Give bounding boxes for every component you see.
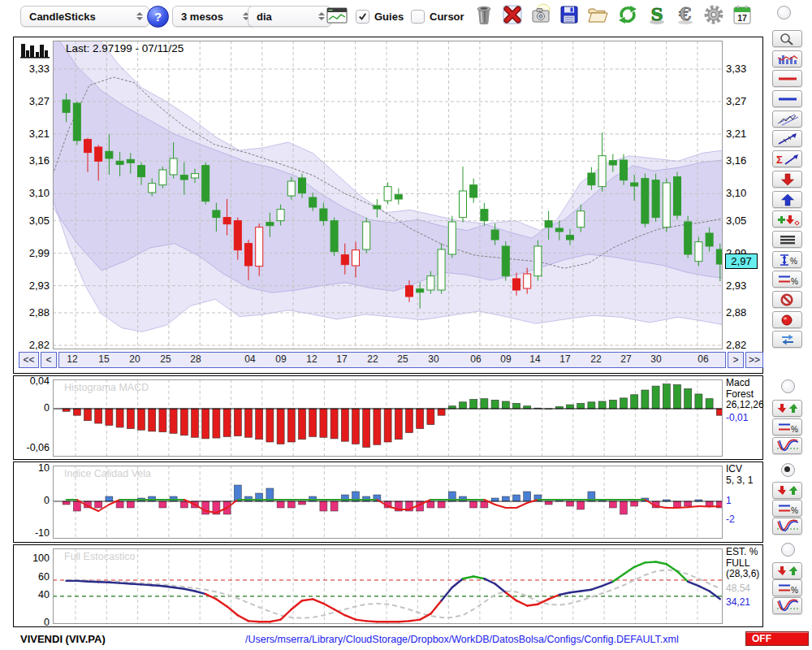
nav-first-button[interactable]: << bbox=[19, 352, 39, 368]
stochastic-panel-radio[interactable] bbox=[781, 543, 795, 557]
lines-percent-button[interactable]: % bbox=[772, 271, 802, 288]
record-button[interactable] bbox=[772, 311, 802, 328]
cursor-checkbox[interactable]: Cursor bbox=[411, 10, 464, 24]
channel-tool-button[interactable] bbox=[772, 110, 802, 128]
trend-line-tool-button[interactable] bbox=[772, 130, 802, 147]
chart-type-select-value: CandleSticks bbox=[29, 11, 96, 23]
x-axis-date-label: 30 bbox=[649, 353, 663, 366]
vertical-percent-button[interactable]: % bbox=[772, 251, 802, 268]
icv-params: 5, 3, 1 bbox=[726, 475, 753, 487]
macd-panel-radio[interactable] bbox=[781, 379, 795, 393]
nav-prev-button[interactable]: < bbox=[41, 352, 57, 368]
chart-window-button[interactable] bbox=[326, 7, 348, 25]
stoch-d-value: 48,54 bbox=[726, 583, 759, 595]
stoch-name-line: FULL bbox=[726, 558, 759, 570]
x-axis-date-label: 14 bbox=[528, 353, 542, 366]
icv-arrows-button[interactable] bbox=[772, 482, 802, 499]
lines-percent-icon: % bbox=[775, 582, 800, 595]
svg-text:%: % bbox=[791, 586, 798, 595]
down-up-arrows-icon bbox=[776, 565, 799, 577]
macd-wave-button[interactable] bbox=[772, 437, 802, 454]
arrow-up-tool-button[interactable] bbox=[772, 191, 802, 208]
svg-text:€: € bbox=[678, 3, 691, 24]
icv-axis-label: 0 bbox=[17, 495, 50, 506]
x-axis-date-label: 04 bbox=[243, 353, 257, 366]
price-axis-label: 2,93 bbox=[17, 280, 50, 292]
help-button[interactable]: ? bbox=[147, 6, 169, 28]
list-icon bbox=[775, 233, 800, 246]
off-toggle-button[interactable]: OFF bbox=[745, 631, 809, 646]
price-axis-label: 2,82 bbox=[726, 339, 760, 351]
refresh-sync-icon bbox=[616, 3, 639, 26]
stochastic-axis-label: 40 bbox=[17, 589, 50, 600]
interval-select[interactable]: dia bbox=[248, 6, 331, 27]
icv-panel-radio[interactable] bbox=[781, 463, 795, 477]
stochastic-arrows-button[interactable] bbox=[772, 562, 802, 579]
lines-percent-icon: % bbox=[775, 273, 800, 286]
svg-text:%: % bbox=[791, 506, 798, 515]
nav-last-button[interactable]: >> bbox=[745, 352, 763, 368]
date-axis-strip[interactable]: 1215202528040912172225300609141722273006 bbox=[58, 352, 726, 368]
macd-axis-label: -0,06 bbox=[17, 442, 50, 453]
icv-name-line: ICV bbox=[726, 464, 753, 475]
stochastic-wave-button[interactable] bbox=[772, 597, 802, 614]
icv-percent-button[interactable]: % bbox=[772, 500, 802, 517]
open-button[interactable] bbox=[585, 3, 610, 28]
macd-percent-button[interactable]: % bbox=[772, 418, 802, 436]
guies-label: Guies bbox=[374, 11, 404, 23]
interval-select-value: dia bbox=[257, 11, 272, 23]
swap-refresh-button[interactable] bbox=[772, 331, 802, 348]
icv-current-pos: 1 bbox=[726, 496, 753, 507]
price-axis-label: 3,05 bbox=[17, 214, 50, 227]
nav-next-button[interactable]: > bbox=[728, 352, 744, 368]
stochastic-panel: Full Estocastico 10060400 EST. % FULL (2… bbox=[13, 544, 763, 627]
stochastic-percent-button[interactable]: % bbox=[772, 579, 802, 596]
red-down-arrow-icon bbox=[775, 173, 800, 186]
refresh-button[interactable] bbox=[615, 3, 640, 28]
delete-button[interactable] bbox=[500, 3, 525, 28]
status-bar: VIVENDI (VIV.PA) /Users/mserra/Library/C… bbox=[0, 629, 812, 650]
icv-wave-button[interactable] bbox=[772, 518, 802, 535]
arrow-down-tool-button[interactable] bbox=[772, 171, 802, 188]
stoch-k-value: 34,21 bbox=[726, 597, 759, 609]
price-axis-label: 3,16 bbox=[17, 154, 50, 167]
svg-text:Σ: Σ bbox=[776, 154, 783, 166]
macd-arrows-button[interactable] bbox=[772, 400, 802, 417]
main-chart-radio[interactable] bbox=[777, 6, 791, 20]
disable-button[interactable] bbox=[772, 291, 802, 308]
x-axis-date-label: 12 bbox=[304, 353, 319, 366]
snapshot-button[interactable] bbox=[529, 3, 553, 28]
macd-current-value: -0,01 bbox=[726, 413, 764, 424]
price-axis-label: 3,05 bbox=[726, 214, 760, 227]
calendar-button[interactable]: 17 bbox=[730, 3, 754, 28]
camera-icon bbox=[529, 3, 552, 26]
red-line-tool-button[interactable] bbox=[772, 70, 802, 87]
svg-text:%: % bbox=[790, 257, 797, 266]
period-select[interactable]: 3 mesos bbox=[172, 6, 256, 27]
macd-name-line: Forest bbox=[726, 389, 764, 401]
lines-percent-icon: % bbox=[775, 502, 800, 515]
zoom-tool-button[interactable] bbox=[772, 30, 802, 47]
save-button[interactable] bbox=[557, 3, 581, 28]
channel-icon bbox=[775, 113, 800, 126]
x-axis-date-label: 09 bbox=[274, 353, 288, 366]
euro-button[interactable]: € bbox=[673, 3, 698, 28]
price-axis-label: 3,10 bbox=[726, 187, 760, 199]
add-remove-markers-button[interactable] bbox=[772, 210, 802, 228]
cursor-label: Cursor bbox=[430, 11, 464, 23]
currency-button[interactable]: S bbox=[645, 3, 669, 28]
sum-trend-tool-button[interactable]: Σ bbox=[772, 150, 802, 167]
settings-button[interactable] bbox=[702, 3, 726, 28]
chart-type-select[interactable]: CandleSticks bbox=[20, 6, 149, 27]
chart-type-tool-button[interactable] bbox=[772, 50, 802, 67]
list-levels-button[interactable] bbox=[772, 231, 802, 248]
stoch-name-line: EST. % bbox=[726, 547, 759, 558]
config-path-link[interactable]: /Users/mserra/Library/CloudStorage/Dropb… bbox=[245, 634, 679, 645]
guies-checkbox[interactable]: Guies bbox=[356, 10, 404, 24]
price-axis-label: 3,33 bbox=[17, 63, 50, 75]
trash-button[interactable] bbox=[472, 3, 496, 28]
blue-line-tool-button[interactable] bbox=[772, 90, 802, 107]
macd-axis-label: 0 bbox=[17, 402, 50, 414]
x-axis-date-label: 27 bbox=[619, 353, 633, 366]
plus-arrow-diamond-icon bbox=[775, 213, 800, 226]
